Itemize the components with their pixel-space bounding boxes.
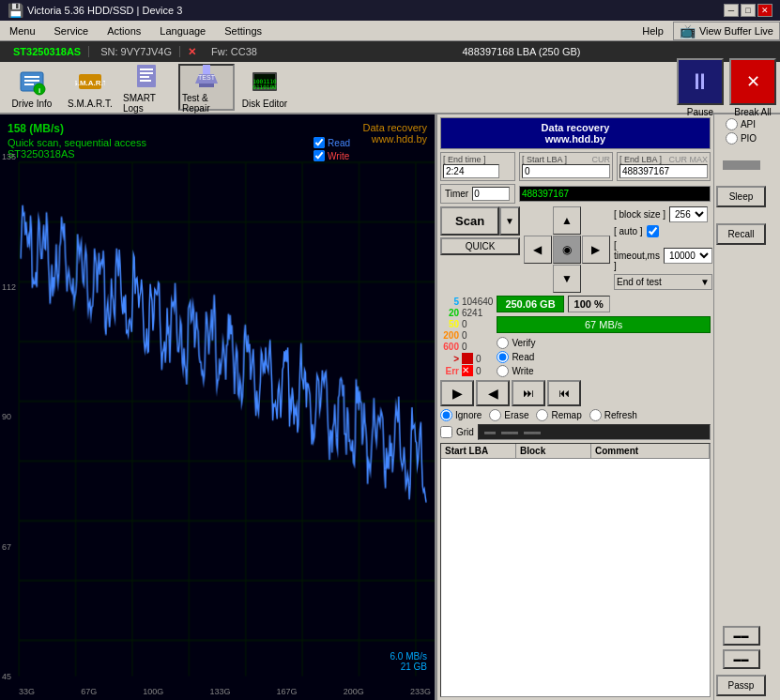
passp-button[interactable]: Passp (716, 675, 766, 696)
time-lba-row: [ End time ] [ Start LBA ] CUR [ End LBA… (440, 152, 711, 181)
rewind-button[interactable]: ◀ (476, 380, 510, 406)
view-buffer-button[interactable]: 📺 View Buffer Live (673, 22, 780, 40)
chart-area: 158 (MB/s) Quick scan, sequential access… (0, 114, 436, 700)
arrow-left-button[interactable]: ◀ (524, 236, 552, 264)
skip-forward-button[interactable]: ⏭ (512, 380, 545, 406)
drive-lba: 488397168 LBA (250 GB) (268, 46, 774, 57)
percent-chip: 100 % (568, 296, 610, 312)
grid-display: ▬▬ ▬▬▬ ▬▬▬ (478, 424, 711, 440)
block-header: Block (516, 444, 591, 458)
write-label: Write (328, 151, 349, 161)
small-btn-1[interactable]: ▬▬ (723, 626, 760, 646)
start-lba-input[interactable] (522, 164, 610, 178)
recall-button[interactable]: Recall (716, 223, 766, 245)
lba-table: Start LBA Block Comment (440, 443, 711, 697)
menu-help[interactable]: Help (633, 23, 673, 38)
close-drive-button[interactable]: ✕ (184, 46, 200, 58)
scan-button[interactable]: Scan (440, 206, 499, 236)
read-label: Read (328, 138, 350, 148)
smart-logs-button[interactable]: SMART Logs (120, 64, 176, 111)
timeout-select[interactable]: 10000 (664, 248, 712, 264)
cur-max-label: CUR MAX (668, 155, 708, 164)
read-radio[interactable] (497, 351, 509, 363)
menu-language[interactable]: Language (150, 23, 215, 38)
menu-actions[interactable]: Actions (98, 23, 150, 38)
test-repair-button[interactable]: TEST Test & Repair (178, 64, 235, 111)
timer-input[interactable] (472, 187, 510, 201)
verify-radio[interactable] (497, 337, 509, 349)
remap-label: Remap (536, 409, 581, 421)
block-size-select[interactable]: 256 (669, 206, 708, 222)
small-buttons: ▬▬ ▬▬ (723, 626, 760, 669)
arrow-pad: ▲ ◀ ◉ ▶ ▼ (524, 206, 610, 293)
menu-menu[interactable]: Menu (0, 23, 45, 38)
break-all-button[interactable]: ✕ (729, 58, 776, 105)
api-radio[interactable] (726, 118, 738, 130)
svg-text:0110100: 0110100 (252, 84, 277, 90)
end-time-group: [ End time ] (440, 152, 515, 181)
maximize-button[interactable]: □ (741, 4, 756, 17)
arrow-down-button[interactable]: ▼ (553, 265, 581, 293)
drive-fw: Fw: CC38 (204, 46, 265, 57)
close-button[interactable]: ✕ (757, 4, 772, 17)
data-recovery-line2: www.hdd.by (449, 133, 702, 145)
chart-watermark: Data recovery www.hdd.by (363, 122, 427, 145)
performance-chart (0, 114, 435, 700)
arrow-center: ◉ (553, 236, 581, 264)
erase-radio[interactable] (489, 409, 501, 421)
scan-btn-row: Scan ▼ (440, 206, 520, 236)
disk-editor-button[interactable]: 1001110 0110100 Disk Editor (237, 64, 293, 111)
data-recovery-box: Data recovery www.hdd.by (440, 117, 711, 149)
pio-radio-row: PIO (726, 132, 757, 145)
pio-radio[interactable] (726, 132, 738, 145)
small-btn-2[interactable]: ▬▬ (723, 649, 760, 669)
action-buttons: ▶ ◀ ⏭ ⏮ (440, 380, 711, 406)
write-radio[interactable] (497, 365, 509, 377)
timer-label: Timer (445, 189, 468, 199)
refresh-radio[interactable] (589, 409, 602, 421)
read-radio-row: Read (497, 351, 711, 363)
scan-dropdown-button[interactable]: ▼ (499, 206, 520, 236)
skip-backward-button[interactable]: ⏮ (547, 380, 581, 406)
arrow-up-button[interactable]: ▲ (553, 206, 581, 235)
operation-radio-group: Verify Read Write (497, 337, 711, 377)
ignore-radio[interactable] (440, 409, 452, 421)
play-button[interactable]: ▶ (440, 380, 474, 406)
smart-logs-label: SMART Logs (123, 93, 174, 114)
svg-text:TEST: TEST (198, 74, 216, 81)
operation-mode-row: Ignore Erase Remap Refresh (440, 409, 711, 421)
sleep-button[interactable]: Sleep (716, 186, 766, 207)
write-label: Write (512, 366, 533, 376)
read-checkbox[interactable] (314, 137, 325, 148)
data-recovery-line1: Data recovery (449, 122, 702, 133)
auto-checkbox[interactable] (647, 225, 659, 237)
pause-button[interactable]: ⏸ (677, 58, 724, 105)
end-time-input[interactable] (443, 164, 499, 178)
smart-logs-icon (133, 61, 163, 91)
count-lime: 20 6241 (440, 308, 493, 318)
chart-stats: 6.0 MB/s 21 GB (390, 651, 427, 672)
grid-label: Grid (456, 427, 474, 437)
drive-bar: ST3250318AS SN: 9VY7JV4G ✕ Fw: CC38 4883… (0, 41, 780, 62)
write-radio-row: Write (497, 365, 711, 377)
grid-checkbox[interactable] (440, 426, 452, 438)
drive-sn: SN: 9VY7JV4G (93, 46, 180, 57)
end-lba-input[interactable] (619, 164, 708, 178)
svg-rect-3 (24, 84, 34, 85)
count-darkred: > 0 (440, 353, 493, 364)
start-lba-group: [ Start LBA ] CUR (519, 152, 613, 181)
minimize-button[interactable]: ─ (724, 4, 739, 17)
smart-button[interactable]: S.M.A.R.T S.M.A.R.T. (62, 64, 118, 111)
arrow-right-button[interactable]: ▶ (582, 236, 610, 264)
menu-settings[interactable]: Settings (215, 23, 271, 38)
drive-info-button[interactable]: i Drive Info (4, 64, 60, 111)
quick-button[interactable]: QUICK (440, 237, 520, 255)
start-lba-header: Start LBA (441, 444, 516, 458)
test-repair-icon: TEST (191, 61, 222, 91)
app-icon: 💾 (8, 3, 23, 18)
write-checkbox[interactable] (314, 150, 325, 161)
remap-radio[interactable] (536, 409, 548, 421)
menu-service[interactable]: Service (45, 23, 99, 38)
start-lba-label: [ Start LBA ] (522, 155, 567, 164)
block-size-label: [ block size ] (614, 209, 665, 220)
